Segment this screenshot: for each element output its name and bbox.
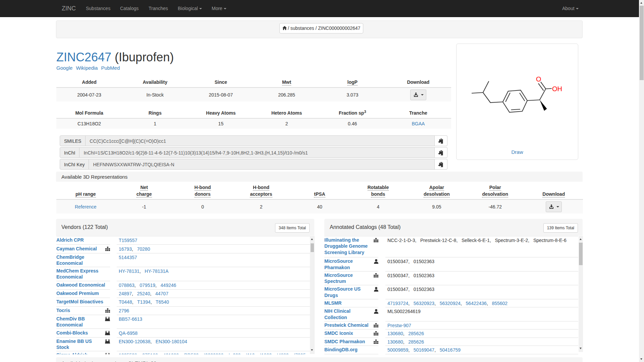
svg-text:OH: OH — [552, 85, 562, 93]
svg-text:O: O — [536, 75, 541, 83]
